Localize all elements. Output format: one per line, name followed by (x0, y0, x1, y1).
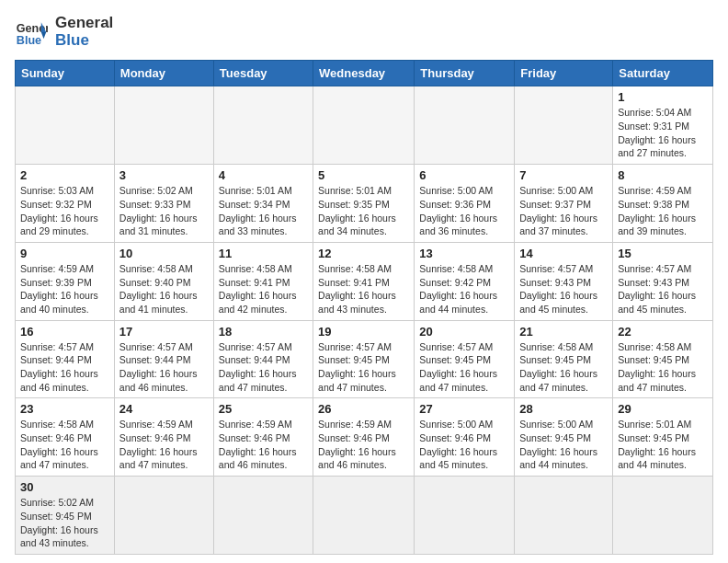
day-info: Sunrise: 4:57 AM Sunset: 9:45 PM Dayligh… (318, 340, 409, 395)
day-info: Sunrise: 4:58 AM Sunset: 9:45 PM Dayligh… (618, 340, 708, 395)
day-number: 4 (219, 168, 308, 182)
calendar-week-row: 16Sunrise: 4:57 AM Sunset: 9:44 PM Dayli… (16, 320, 713, 398)
weekday-header-wednesday: Wednesday (313, 61, 415, 86)
logo-general: General (55, 15, 113, 32)
calendar-cell: 22Sunrise: 4:58 AM Sunset: 9:45 PM Dayli… (613, 320, 713, 398)
calendar-cell (114, 86, 213, 165)
day-number: 5 (318, 168, 409, 182)
day-info: Sunrise: 5:01 AM Sunset: 9:45 PM Dayligh… (618, 418, 708, 472)
calendar-cell: 3Sunrise: 5:02 AM Sunset: 9:33 PM Daylig… (114, 165, 213, 243)
day-info: Sunrise: 4:57 AM Sunset: 9:44 PM Dayligh… (119, 340, 209, 395)
day-number: 27 (419, 402, 509, 416)
day-number: 15 (618, 247, 708, 260)
calendar-cell (114, 477, 213, 555)
svg-text:Blue: Blue (17, 33, 41, 46)
day-number: 14 (519, 247, 608, 260)
day-number: 22 (618, 325, 708, 339)
day-number: 6 (419, 168, 509, 182)
calendar-table: SundayMondayTuesdayWednesdayThursdayFrid… (15, 60, 713, 555)
calendar-cell: 23Sunrise: 4:58 AM Sunset: 9:46 PM Dayli… (16, 398, 115, 477)
day-info: Sunrise: 4:58 AM Sunset: 9:41 PM Dayligh… (318, 262, 409, 316)
calendar-cell: 27Sunrise: 5:00 AM Sunset: 9:46 PM Dayli… (415, 398, 515, 477)
calendar-cell: 15Sunrise: 4:57 AM Sunset: 9:43 PM Dayli… (613, 242, 713, 320)
calendar-week-row: 9Sunrise: 4:59 AM Sunset: 9:39 PM Daylig… (16, 242, 713, 320)
day-number: 7 (519, 168, 608, 182)
day-number: 28 (519, 402, 608, 416)
day-info: Sunrise: 5:00 AM Sunset: 9:46 PM Dayligh… (419, 418, 509, 472)
calendar-cell: 20Sunrise: 4:57 AM Sunset: 9:45 PM Dayli… (415, 320, 515, 398)
day-number: 26 (318, 402, 409, 416)
day-number: 1 (618, 90, 708, 104)
calendar-week-row: 23Sunrise: 4:58 AM Sunset: 9:46 PM Dayli… (16, 398, 713, 477)
calendar-cell (16, 86, 115, 165)
calendar-cell (613, 477, 713, 555)
day-number: 11 (219, 247, 308, 260)
weekday-header-sunday: Sunday (16, 61, 115, 86)
calendar-cell: 6Sunrise: 5:00 AM Sunset: 9:36 PM Daylig… (415, 165, 515, 243)
day-number: 10 (119, 247, 209, 260)
day-number: 9 (20, 247, 109, 260)
logo: General Blue General Blue (15, 15, 113, 49)
calendar-cell: 25Sunrise: 4:59 AM Sunset: 9:46 PM Dayli… (213, 398, 313, 477)
calendar-cell (415, 477, 515, 555)
calendar-cell: 26Sunrise: 4:59 AM Sunset: 9:46 PM Dayli… (313, 398, 415, 477)
day-info: Sunrise: 4:57 AM Sunset: 9:45 PM Dayligh… (419, 340, 509, 395)
calendar-cell: 14Sunrise: 4:57 AM Sunset: 9:43 PM Dayli… (515, 242, 613, 320)
weekday-header-saturday: Saturday (613, 61, 713, 86)
weekday-header-thursday: Thursday (415, 61, 515, 86)
day-number: 24 (119, 402, 209, 416)
day-number: 20 (419, 325, 509, 339)
calendar-cell: 24Sunrise: 4:59 AM Sunset: 9:46 PM Dayli… (114, 398, 213, 477)
day-number: 21 (519, 325, 608, 339)
calendar-header: SundayMondayTuesdayWednesdayThursdayFrid… (16, 61, 713, 86)
calendar-cell: 16Sunrise: 4:57 AM Sunset: 9:44 PM Dayli… (16, 320, 115, 398)
calendar-cell: 5Sunrise: 5:01 AM Sunset: 9:35 PM Daylig… (313, 165, 415, 243)
calendar-cell (515, 477, 613, 555)
day-info: Sunrise: 5:00 AM Sunset: 9:36 PM Dayligh… (419, 184, 509, 238)
page-header: General Blue General Blue (15, 15, 713, 49)
day-info: Sunrise: 4:57 AM Sunset: 9:44 PM Dayligh… (219, 340, 308, 395)
day-info: Sunrise: 4:58 AM Sunset: 9:46 PM Dayligh… (20, 418, 109, 472)
calendar-cell: 8Sunrise: 4:59 AM Sunset: 9:38 PM Daylig… (613, 165, 713, 243)
day-info: Sunrise: 5:01 AM Sunset: 9:34 PM Dayligh… (219, 184, 308, 238)
calendar-cell: 1Sunrise: 5:04 AM Sunset: 9:31 PM Daylig… (613, 86, 713, 165)
calendar-cell: 29Sunrise: 5:01 AM Sunset: 9:45 PM Dayli… (613, 398, 713, 477)
calendar-cell: 4Sunrise: 5:01 AM Sunset: 9:34 PM Daylig… (213, 165, 313, 243)
day-info: Sunrise: 5:04 AM Sunset: 9:31 PM Dayligh… (618, 106, 708, 160)
day-number: 3 (119, 168, 209, 182)
calendar-cell: 13Sunrise: 4:58 AM Sunset: 9:42 PM Dayli… (415, 242, 515, 320)
weekday-header-monday: Monday (114, 61, 213, 86)
day-info: Sunrise: 4:57 AM Sunset: 9:43 PM Dayligh… (618, 262, 708, 316)
day-info: Sunrise: 4:59 AM Sunset: 9:46 PM Dayligh… (119, 418, 209, 472)
day-number: 16 (20, 325, 109, 339)
day-number: 19 (318, 325, 409, 339)
day-number: 18 (219, 325, 308, 339)
calendar-week-row: 2Sunrise: 5:03 AM Sunset: 9:32 PM Daylig… (16, 165, 713, 243)
calendar-cell: 10Sunrise: 4:58 AM Sunset: 9:40 PM Dayli… (114, 242, 213, 320)
calendar-cell: 2Sunrise: 5:03 AM Sunset: 9:32 PM Daylig… (16, 165, 115, 243)
calendar-cell (213, 477, 313, 555)
logo-blue: Blue (55, 32, 113, 50)
day-number: 17 (119, 325, 209, 339)
weekday-header-tuesday: Tuesday (213, 61, 313, 86)
day-info: Sunrise: 4:59 AM Sunset: 9:46 PM Dayligh… (318, 418, 409, 472)
day-info: Sunrise: 4:59 AM Sunset: 9:46 PM Dayligh… (219, 418, 308, 472)
calendar-cell: 11Sunrise: 4:58 AM Sunset: 9:41 PM Dayli… (213, 242, 313, 320)
day-number: 29 (618, 402, 708, 416)
day-number: 13 (419, 247, 509, 260)
day-info: Sunrise: 4:58 AM Sunset: 9:40 PM Dayligh… (119, 262, 209, 316)
calendar-cell (313, 86, 415, 165)
day-number: 2 (20, 168, 109, 182)
calendar-week-row: 1Sunrise: 5:04 AM Sunset: 9:31 PM Daylig… (16, 86, 713, 165)
day-info: Sunrise: 5:02 AM Sunset: 9:33 PM Dayligh… (119, 184, 209, 238)
calendar-cell: 19Sunrise: 4:57 AM Sunset: 9:45 PM Dayli… (313, 320, 415, 398)
day-info: Sunrise: 5:02 AM Sunset: 9:45 PM Dayligh… (20, 496, 109, 550)
day-number: 12 (318, 247, 409, 260)
calendar-cell (313, 477, 415, 555)
calendar-cell: 7Sunrise: 5:00 AM Sunset: 9:37 PM Daylig… (515, 165, 613, 243)
day-info: Sunrise: 5:03 AM Sunset: 9:32 PM Dayligh… (20, 184, 109, 238)
day-info: Sunrise: 4:58 AM Sunset: 9:45 PM Dayligh… (519, 340, 608, 395)
weekday-header-friday: Friday (515, 61, 613, 86)
calendar-cell: 30Sunrise: 5:02 AM Sunset: 9:45 PM Dayli… (16, 477, 115, 555)
calendar-cell (415, 86, 515, 165)
